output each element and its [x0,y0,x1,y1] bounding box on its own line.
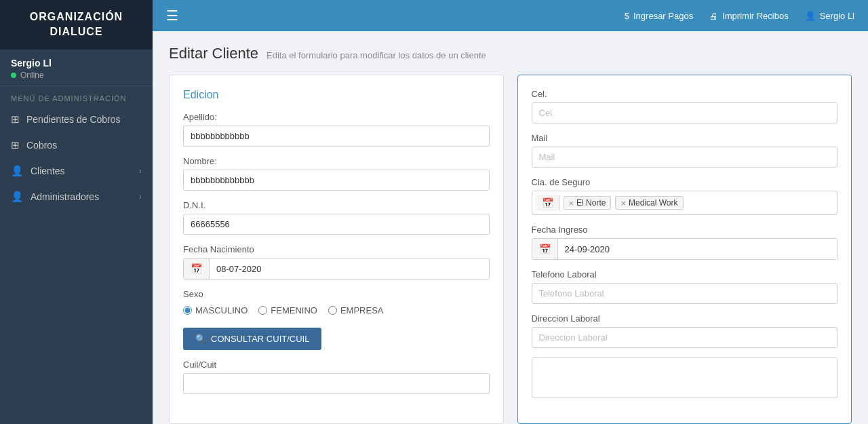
cel-group: Cel. [532,89,838,123]
main-area: ☰ $ Ingresar Pagos 🖨 Imprimir Recibos 👤 … [153,0,868,424]
fecha-nac-input-wrap: 📅 [183,258,490,280]
calendar-icon[interactable]: 📅 [184,258,210,279]
user-topbar-icon: 👤 [805,11,816,21]
search-icon: 🔍 [195,334,206,344]
tag-medical-work: × Medical Work [615,196,683,210]
page-title: Editar Cliente [169,45,258,62]
nombre-group: Nombre: [183,156,490,191]
fecha-ingreso-group: Fecha Ingreso 📅 [532,225,838,260]
mail-group: Mail [532,133,838,168]
form-right: Cel. Mail Cia. de Seguro 📅 × El Norte [517,75,852,424]
admin-icon: 👤 [11,191,24,203]
topbar: ☰ $ Ingresar Pagos 🖨 Imprimir Recibos 👤 … [153,0,868,31]
grid-icon: ⊞ [11,113,20,126]
page-header: Editar Cliente Edita el formulario para … [169,45,852,62]
ingresar-pagos-button[interactable]: $ Ingresar Pagos [625,11,693,21]
sidebar-item-label: Clientes [31,166,65,176]
dni-input[interactable] [183,214,490,235]
sexo-label: Sexo [183,289,490,299]
user-menu-button[interactable]: 👤 Sergio Ll [805,11,854,21]
cel-label: Cel. [532,89,838,99]
hamburger-icon[interactable]: ☰ [166,7,178,24]
remove-el-norte-button[interactable]: × [569,199,574,208]
radio-empresa[interactable]: EMPRESA [328,305,384,315]
sidebar-item-label: Administradores [31,191,99,202]
sidebar-username: Sergio Ll [11,58,142,69]
sidebar: ORGANIZACIÓN DIALUCE Sergio Ll Online ME… [0,0,153,424]
calendar-icon-2[interactable]: 📅 [536,195,559,211]
fecha-nac-label: Fecha Nacimiento [183,244,490,254]
dni-group: D.N.I. [183,200,490,235]
nombre-input[interactable] [183,170,490,191]
apellido-group: Apellido: [183,112,490,147]
chevron-right-icon: › [139,166,142,176]
dollar-icon: $ [625,11,629,21]
calendar-icon-3[interactable]: 📅 [532,239,558,259]
fecha-ingreso-input-wrap: 📅 [532,238,838,260]
apellido-label: Apellido: [183,112,490,122]
sidebar-item-label: Pendientes de Cobros [26,114,121,125]
telefono-laboral-label: Telefono Laboral [532,269,838,280]
direccion-laboral-label: Direccion Laboral [532,313,838,324]
extra-textarea-group [532,358,838,400]
imprimir-recibos-button[interactable]: 🖨 Imprimir Recibos [709,11,789,21]
remove-medical-work-button[interactable]: × [620,199,626,208]
sexo-group: Sexo MASCULINO FEMENINO EMPRESA [183,289,490,318]
user-icon: 👤 [11,165,24,177]
radio-femenino[interactable]: FEMENINO [258,305,317,315]
section-title-edicion: Edicion [183,89,490,101]
chevron-right-icon-2: › [139,192,142,201]
direccion-laboral-group: Direccion Laboral [532,313,838,348]
nombre-label: Nombre: [183,156,490,166]
sidebar-org-name: ORGANIZACIÓN DIALUCE [0,0,153,50]
fecha-ingreso-input[interactable] [558,239,837,259]
mail-input[interactable] [532,147,838,168]
tag-label-2: Medical Work [629,198,677,208]
radio-masculino[interactable]: MASCULINO [183,305,248,315]
printer-icon: 🖨 [709,11,718,21]
fecha-ingreso-label: Fecha Ingreso [532,225,838,235]
telefono-laboral-input[interactable] [532,283,838,304]
sexo-radio-group: MASCULINO FEMENINO EMPRESA [183,303,490,318]
mail-label: Mail [532,133,838,143]
fecha-nac-input[interactable] [210,259,489,279]
cel-input[interactable] [532,102,838,123]
page-content: Editar Cliente Edita el formulario para … [153,31,868,424]
sidebar-item-clientes[interactable]: 👤 Clientes › [0,158,153,184]
sidebar-user-section: Sergio Ll Online [0,50,153,86]
tag-label: El Norte [576,198,606,208]
femenino-label: FEMENINO [271,305,317,315]
online-dot [11,73,16,78]
masculino-label: MASCULINO [195,305,248,315]
tag-el-norte: × El Norte [564,196,612,210]
cuil-group: Cuil/Cuit [183,360,490,394]
telefono-laboral-group: Telefono Laboral [532,269,838,304]
sidebar-status: Online [11,71,142,80]
cuil-label: Cuil/Cuit [183,360,490,370]
sidebar-item-cobros[interactable]: ⊞ Cobros [0,132,153,158]
empresa-label: EMPRESA [340,305,384,315]
sidebar-item-label: Cobros [26,140,57,151]
admin-section-title: MENÚ DE ADMINISTRACIÓN [0,86,153,107]
page-subtitle: Edita el formulario para modificar los d… [267,50,486,60]
consultar-cuit-button[interactable]: 🔍 CONSULTAR CUIT/CUIL [183,328,321,350]
sidebar-item-administradores[interactable]: 👤 Administradores › [0,184,153,210]
form-columns: Edicion Apellido: Nombre: D.N.I. Fecha N… [169,75,852,424]
dni-label: D.N.I. [183,200,490,210]
cia-seguro-label: Cia. de Seguro [532,177,838,187]
form-left: Edicion Apellido: Nombre: D.N.I. Fecha N… [169,75,504,424]
cia-seguro-group: Cia. de Seguro 📅 × El Norte × Medical Wo… [532,177,838,215]
sidebar-item-pendientes[interactable]: ⊞ Pendientes de Cobros [0,107,153,132]
cia-seguro-tags-input[interactable]: 📅 × El Norte × Medical Work [532,191,838,215]
apellido-input[interactable] [183,126,490,147]
direccion-laboral-input[interactable] [532,327,838,348]
extra-textarea[interactable] [532,358,838,398]
fecha-nac-group: Fecha Nacimiento 📅 [183,244,490,280]
topbar-actions: $ Ingresar Pagos 🖨 Imprimir Recibos 👤 Se… [625,11,854,21]
cuil-input[interactable] [183,373,490,394]
grid-icon-2: ⊞ [11,139,20,151]
